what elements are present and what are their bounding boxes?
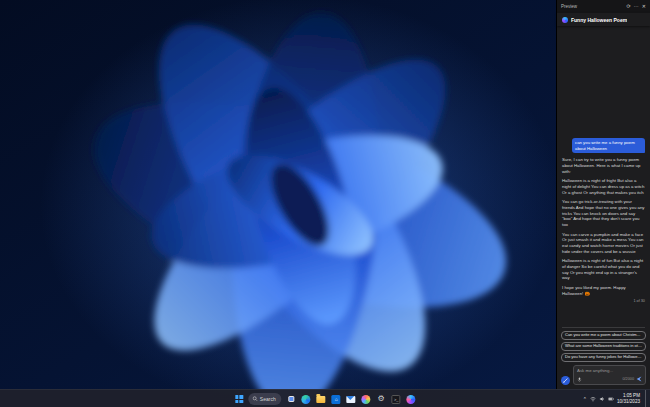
close-icon[interactable]: ✕ [642,4,646,9]
show-desktop-button[interactable] [645,390,647,407]
composer-bottom: 0/2000 [577,376,642,382]
ai-paragraph: Halloween is a night of fun But also a n… [562,258,645,281]
photos-icon[interactable] [361,394,372,405]
ai-paragraph: I hope you liked my poem. Happy Hallowee… [562,285,645,296]
chat-top-spacer [562,26,645,138]
char-counter: 0/2000 [622,377,634,381]
titlebar-actions: ⟳ ⋯ ✕ [627,4,646,9]
broom-icon [563,378,568,383]
edge-icon[interactable] [301,394,312,405]
store-icon[interactable]: ⌂ [331,394,342,405]
ai-paragraph: You can carve a pumpkin and make a face … [562,232,645,255]
desktop: Preview ⟳ ⋯ ✕ Funny Halloween Poem can y… [0,0,650,407]
battery-icon[interactable] [608,396,614,402]
suggestion-chip[interactable]: What are some Halloween traditions in ot… [561,342,646,351]
copilot-icon [562,17,568,23]
preview-label: Preview [561,4,627,9]
ai-paragraph: You can go trick-or-treating with your f… [562,199,645,227]
mail-icon[interactable] [346,394,357,405]
search-icon [252,396,258,402]
ai-paragraph: Sure, I can try to write you a funny poe… [562,157,645,174]
send-icon[interactable] [636,376,642,382]
composer-row: Ask me anything... 0/2000 [561,365,646,385]
file-explorer-icon[interactable] [316,394,327,405]
task-view-button[interactable] [286,394,297,405]
chat-scroll[interactable]: can you write me a funny poem about Hall… [557,26,650,324]
conversation-header: Funny Halloween Poem [557,13,650,26]
chat-footer: Can you write me a poem about Christmas?… [557,324,650,389]
wallpaper [0,0,650,407]
sidebar-titlebar: Preview ⟳ ⋯ ✕ [557,0,650,13]
suggestion-chip[interactable]: Can you write me a poem about Christmas? [561,331,646,340]
message-counter: 1 of 30 [562,299,645,303]
hidden-icons-chevron[interactable]: ⌃ [583,396,587,402]
clock[interactable]: 1:05 PM 10/31/2023 [617,393,640,404]
tray-date: 10/31/2023 [617,399,640,405]
more-icon[interactable]: ⋯ [634,4,639,9]
terminal-icon[interactable]: >_ [391,394,402,405]
search-input[interactable]: Search [248,393,281,405]
ai-paragraph: Halloween is a night of fright But also … [562,178,645,195]
settings-icon[interactable]: ⚙ [376,394,387,405]
copilot-sidebar: Preview ⟳ ⋯ ✕ Funny Halloween Poem can y… [556,0,650,389]
suggestion-chip[interactable]: Do you have any funny jokes for Hallowee… [561,353,646,362]
system-tray: ⌃ 1:05 PM 10/31/2023 [583,390,647,407]
user-message: can you write me a funny poem about Hall… [572,138,645,153]
microphone-icon[interactable] [577,377,582,382]
refresh-icon[interactable]: ⟳ [627,4,631,9]
search-label: Search [260,396,276,402]
new-topic-button[interactable] [561,376,570,385]
taskbar-center: Search ⌂ ⚙ >_ [233,390,416,407]
conversation-title: Funny Halloween Poem [571,17,627,23]
footer-divider [562,327,645,328]
taskbar: Search ⌂ ⚙ >_ ⌃ 1:05 PM [0,389,650,407]
wifi-icon[interactable] [590,396,596,402]
start-button[interactable] [233,394,244,405]
volume-icon[interactable] [599,396,605,402]
copilot-taskbar-icon[interactable] [406,394,417,405]
chat-input[interactable]: Ask me anything... [577,368,642,373]
composer[interactable]: Ask me anything... 0/2000 [573,365,646,385]
